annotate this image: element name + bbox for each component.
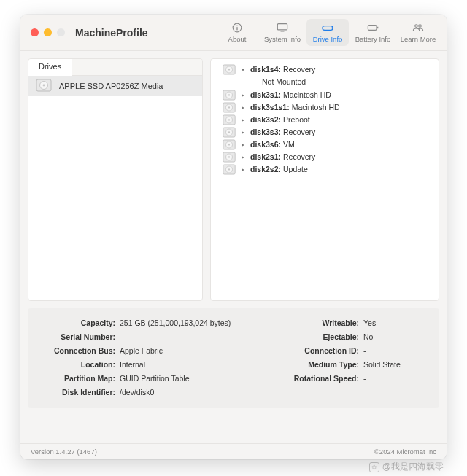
volume-row[interactable]: ▾disk1s4: Recovery <box>214 63 436 76</box>
toolbar-system[interactable]: System Info <box>261 19 304 46</box>
svg-point-1 <box>236 26 238 27</box>
detail-value: - <box>363 346 439 355</box>
volume-desc: Macintosh HD <box>292 103 340 112</box>
footer: Version 1.4.27 (1467) ©2024 Micromat Inc <box>20 443 447 459</box>
volume-row[interactable]: ▸disk3s3: Recovery <box>214 126 436 138</box>
detail-row: Location:Internal <box>28 360 261 369</box>
volume-desc: Recovery <box>283 152 315 161</box>
drive-name: APPLE SSD AP0256Z Media <box>59 82 163 90</box>
detail-row: Medium Type:Solid State <box>283 360 439 369</box>
detail-label: Rotational Speed: <box>283 374 359 383</box>
volume-row[interactable]: ▸disk3s1: Macintosh HD <box>214 89 436 101</box>
details-panel: Capacity:251 GB (251,000,193,024 bytes)S… <box>28 308 439 408</box>
volume-row[interactable]: ▸disk2s2: Update <box>214 163 436 176</box>
detail-row: Partition Map:GUID Partition Table <box>28 374 261 383</box>
detail-label: Ejectable: <box>283 332 359 341</box>
svg-point-37 <box>228 168 230 170</box>
volume-name: disk3s3: <box>250 128 281 136</box>
toolbar-battery-label: Battery Info <box>355 35 391 43</box>
volume-name: disk3s1: <box>250 90 281 99</box>
chevron-right-icon[interactable]: ▸ <box>240 102 246 113</box>
detail-label: Writeable: <box>283 319 359 327</box>
battery-icon <box>366 22 380 34</box>
chevron-right-icon[interactable]: ▸ <box>240 164 246 175</box>
svg-point-6 <box>331 28 332 29</box>
detail-value: Solid State <box>363 360 439 369</box>
toolbar: About System Info Drive Info Battery Inf… <box>216 19 439 46</box>
toolbar-about[interactable]: About <box>216 19 258 46</box>
chevron-right-icon[interactable]: ▸ <box>240 90 246 101</box>
hdd-icon <box>223 139 236 150</box>
toolbar-drive-label: Drive Info <box>313 35 343 43</box>
svg-rect-7 <box>368 26 377 31</box>
volume-desc: Macintosh HD <box>283 90 331 99</box>
window-controls <box>31 28 65 36</box>
volume-desc: Recovery <box>283 65 315 74</box>
detail-row: Ejectable:No <box>283 332 439 341</box>
svg-rect-2 <box>236 27 237 30</box>
detail-row: Connection Bus:Apple Fabric <box>28 346 261 355</box>
volume-row[interactable]: ▸disk2s1: Recovery <box>214 151 436 163</box>
tab-drives[interactable]: Drives <box>28 59 72 76</box>
drive-icon <box>320 22 335 34</box>
volume-desc: Preboot <box>283 115 310 124</box>
minimize-icon[interactable] <box>44 28 52 36</box>
drives-list[interactable]: APPLE SSD AP0256Z Media <box>28 76 202 300</box>
zoom-icon[interactable] <box>57 28 65 36</box>
svg-point-16 <box>228 69 230 70</box>
app-window: MachineProfile About System Info Drive I… <box>20 15 447 459</box>
watermark: ✿ @我是四海飘零 <box>369 461 444 473</box>
chevron-right-icon[interactable]: ▸ <box>240 114 246 125</box>
copyright-text: ©2024 Micromat Inc <box>374 448 436 456</box>
detail-row: Serial Number: <box>28 332 261 341</box>
details-right: Writeable:YesEjectable:NoConnection ID:-… <box>283 319 439 397</box>
paw-icon: ✿ <box>369 462 379 472</box>
detail-label: Disk Identifier: <box>28 388 115 397</box>
chevron-right-icon[interactable]: ▸ <box>240 152 246 163</box>
close-icon[interactable] <box>31 28 39 36</box>
svg-rect-3 <box>277 24 287 30</box>
hdd-icon <box>223 64 236 75</box>
toolbar-learn-label: Learn More <box>401 35 436 43</box>
people-icon <box>411 22 425 34</box>
svg-point-34 <box>228 156 230 157</box>
volume-row[interactable]: ▸disk3s6: VM <box>214 138 436 151</box>
volume-desc: Recovery <box>283 128 315 136</box>
detail-row: Disk Identifier:/dev/disk0 <box>28 388 261 397</box>
detail-value: Apple Fabric <box>120 346 261 355</box>
toolbar-battery[interactable]: Battery Info <box>352 19 394 46</box>
svg-rect-4 <box>281 31 285 31</box>
tab-row: Drives <box>28 59 202 76</box>
hdd-icon <box>223 164 236 175</box>
hdd-icon <box>223 102 236 113</box>
toolbar-learn[interactable]: Learn More <box>397 19 439 46</box>
detail-row: Capacity:251 GB (251,000,193,024 bytes) <box>28 319 261 327</box>
svg-point-10 <box>419 25 422 28</box>
svg-rect-8 <box>377 27 379 29</box>
chevron-right-icon[interactable]: ▸ <box>240 139 246 150</box>
detail-value: No <box>363 332 439 341</box>
detail-value: Internal <box>120 360 261 369</box>
volume-name: disk3s1s1: <box>250 103 290 112</box>
svg-point-31 <box>228 144 230 145</box>
detail-row: Writeable:Yes <box>283 319 439 327</box>
detail-label: Partition Map: <box>28 374 115 383</box>
toolbar-about-label: About <box>228 35 247 43</box>
toolbar-drive[interactable]: Drive Info <box>306 19 349 46</box>
drive-row[interactable]: APPLE SSD AP0256Z Media <box>28 76 202 96</box>
svg-point-9 <box>415 25 418 28</box>
toolbar-system-label: System Info <box>264 35 301 43</box>
titlebar: MachineProfile About System Info Drive I… <box>20 15 447 51</box>
svg-point-25 <box>228 119 230 120</box>
detail-label: Serial Number: <box>28 332 115 341</box>
detail-value: 251 GB (251,000,193,024 bytes) <box>120 319 261 327</box>
chevron-down-icon[interactable]: ▾ <box>240 64 246 75</box>
volume-row[interactable]: ▸disk3s1s1: Macintosh HD <box>214 101 436 114</box>
volume-name: disk3s6: <box>250 140 281 149</box>
volume-row[interactable]: ▸disk3s2: Preboot <box>214 114 436 126</box>
detail-value: GUID Partition Table <box>120 374 261 383</box>
detail-value <box>120 332 261 341</box>
chevron-right-icon[interactable]: ▸ <box>240 127 246 138</box>
detail-label: Medium Type: <box>283 360 359 369</box>
app-title: MachineProfile <box>75 27 148 39</box>
